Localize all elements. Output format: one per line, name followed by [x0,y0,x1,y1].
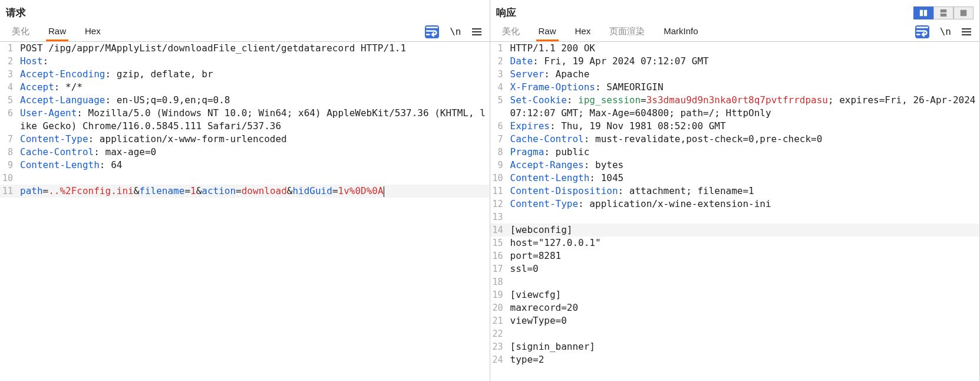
code-line[interactable]: 8Cache-Control: max-age=0 [0,146,490,159]
code-content[interactable]: User-Agent: Mozilla/5.0 (Windows NT 10.0… [17,107,490,133]
code-line[interactable]: 4X-Frame-Options: SAMEORIGIN [490,81,980,94]
code-line[interactable]: 13 [490,211,980,224]
code-line[interactable]: 8Pragma: public [490,146,980,159]
code-content[interactable]: Server: Apache [507,68,590,81]
code-content[interactable]: viewType=0 [507,314,567,327]
menu-icon[interactable] [472,28,481,35]
menu-icon[interactable] [962,28,971,35]
view-single[interactable] [953,6,974,19]
code-line[interactable]: 1POST /ipg/appr/MApplyList/downloadFile_… [0,42,490,55]
code-line[interactable]: 5Accept-Language: en-US;q=0.9,en;q=0.8 [0,94,490,107]
code-line[interactable]: 6User-Agent: Mozilla/5.0 (Windows NT 10.… [0,107,490,133]
code-line[interactable]: 21viewType=0 [490,314,980,327]
code-content[interactable]: Content-Length: 64 [17,159,122,172]
code-line[interactable]: 2Host: [0,55,490,68]
code-line[interactable]: 1HTTP/1.1 200 OK [490,42,980,55]
code-line[interactable]: 10Content-Length: 1045 [490,172,980,185]
response-controls: \n [915,25,975,38]
code-content[interactable]: Content-Type: application/x-wine-extensi… [507,198,771,211]
code-line[interactable]: 6Expires: Thu, 19 Nov 1981 08:52:00 GMT [490,120,980,133]
code-line[interactable]: 17ssl=0 [490,262,980,275]
line-number: 22 [490,327,507,340]
code-line[interactable]: 9Content-Length: 64 [0,159,490,172]
code-line[interactable]: 9Accept-Ranges: bytes [490,159,980,172]
line-number: 15 [490,237,507,249]
code-line[interactable]: 7Content-Type: application/x-www-form-ur… [0,133,490,146]
response-tab-pretty[interactable]: 美化 [500,22,522,41]
code-content[interactable] [507,211,510,224]
response-pane: 响应 美化 Raw Hex 页面渲染 MarkInfo \n [490,0,981,381]
code-content[interactable]: [webconfig] [507,224,573,237]
code-content[interactable] [507,327,510,340]
code-content[interactable] [17,172,20,185]
code-content[interactable]: Accept-Encoding: gzip, deflate, br [17,68,213,81]
code-content[interactable]: Host: [17,55,48,68]
code-line[interactable]: 3Accept-Encoding: gzip, deflate, br [0,68,490,81]
code-content[interactable]: Date: Fri, 19 Apr 2024 07:12:07 GMT [507,55,709,68]
code-content[interactable]: Accept: */* [17,81,83,94]
code-content[interactable] [507,275,510,288]
code-content[interactable]: [viewcfg] [507,288,562,301]
code-line[interactable]: 5Set-Cookie: ipg_session=3s3dmau9d9n3nka… [490,94,980,120]
code-content[interactable]: Pragma: public [507,146,590,159]
line-number: 20 [490,301,507,314]
response-tab-raw[interactable]: Raw [536,22,559,41]
request-tab-hex[interactable]: Hex [83,22,103,41]
line-number: 24 [490,353,507,366]
code-line[interactable]: 11path=..%2Fconfig.ini&filename=1&action… [0,185,490,198]
newline-icon[interactable]: \n [940,26,951,37]
view-split-rows[interactable] [933,6,953,19]
code-line[interactable]: 11Content-Disposition: attachment; filen… [490,185,980,198]
code-content[interactable]: Accept-Language: en-US;q=0.9,en;q=0.8 [17,94,230,107]
line-number: 1 [0,42,17,55]
wrap-icon[interactable] [915,25,929,38]
response-tab-hex[interactable]: Hex [573,22,593,41]
response-tab-mark[interactable]: MarkInfo [661,22,700,41]
code-line[interactable]: 7Cache-Control: must-revalidate,post-che… [490,133,980,146]
response-editor[interactable]: 1HTTP/1.1 200 OK2Date: Fri, 19 Apr 2024 … [490,42,980,381]
code-content[interactable]: path=..%2Fconfig.ini&filename=1&action=d… [17,185,384,198]
code-content[interactable]: host="127.0.0.1" [507,237,601,249]
code-line[interactable]: 14[webconfig] [490,224,980,237]
newline-icon[interactable]: \n [450,26,461,37]
code-line[interactable]: 24type=2 [490,353,980,366]
code-content[interactable]: type=2 [507,353,545,366]
code-content[interactable]: ssl=0 [507,262,539,275]
code-line[interactable]: 20maxrecord=20 [490,301,980,314]
code-line[interactable]: 19[viewcfg] [490,288,980,301]
code-content[interactable]: POST /ipg/appr/MApplyList/downloadFile_c… [17,42,406,55]
code-content[interactable]: HTTP/1.1 200 OK [507,42,596,55]
line-number: 3 [490,68,507,81]
code-content[interactable]: Accept-Ranges: bytes [507,159,624,172]
code-content[interactable]: maxrecord=20 [507,301,579,314]
code-content[interactable]: X-Frame-Options: SAMEORIGIN [507,81,664,94]
code-line[interactable]: 2Date: Fri, 19 Apr 2024 07:12:07 GMT [490,55,980,68]
code-line[interactable]: 10 [0,172,490,185]
view-split-columns[interactable] [913,6,933,19]
response-tab-render[interactable]: 页面渲染 [607,22,647,41]
code-content[interactable]: Expires: Thu, 19 Nov 1981 08:52:00 GMT [507,120,726,133]
code-line[interactable]: 18 [490,275,980,288]
request-tab-pretty[interactable]: 美化 [9,22,32,41]
code-line[interactable]: 22 [490,327,980,340]
line-number: 4 [0,81,17,94]
wrap-icon[interactable] [425,25,439,38]
code-line[interactable]: 12Content-Type: application/x-wine-exten… [490,198,980,211]
code-line[interactable]: 16port=8281 [490,249,980,262]
code-content[interactable]: Content-Disposition: attachment; filenam… [507,185,754,198]
code-line[interactable]: 15host="127.0.0.1" [490,237,980,249]
line-number: 14 [490,224,507,237]
code-line[interactable]: 3Server: Apache [490,68,980,81]
code-line[interactable]: 4Accept: */* [0,81,490,94]
request-editor[interactable]: 1POST /ipg/appr/MApplyList/downloadFile_… [0,42,490,381]
svg-rect-1 [924,9,927,16]
code-content[interactable]: Content-Length: 1045 [507,172,624,185]
code-content[interactable]: Cache-Control: max-age=0 [17,146,156,159]
code-content[interactable]: port=8281 [507,249,562,262]
code-content[interactable]: Cache-Control: must-revalidate,post-chec… [507,133,823,146]
code-content[interactable]: Set-Cookie: ipg_session=3s3dmau9d9n3nka0… [507,94,980,120]
request-tab-raw[interactable]: Raw [46,22,68,41]
code-content[interactable]: [signin_banner] [507,340,596,353]
code-line[interactable]: 23[signin_banner] [490,340,980,353]
code-content[interactable]: Content-Type: application/x-www-form-url… [17,133,287,146]
